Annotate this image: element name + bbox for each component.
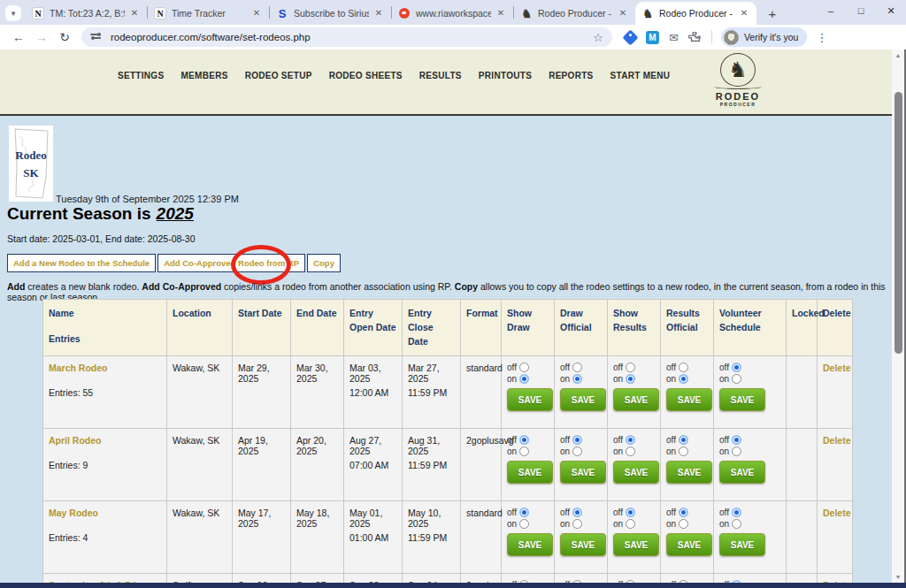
nav-item-rodeo-setup[interactable]: RODEO SETUP	[245, 71, 312, 80]
volunteer-schedule-on-radio[interactable]: on	[719, 374, 780, 384]
radio-circle-icon[interactable]	[519, 508, 529, 517]
radio-circle-icon[interactable]	[572, 519, 582, 529]
tab-close-icon[interactable]: ✕	[250, 7, 263, 19]
show-results-save-button[interactable]: SAVE	[613, 461, 659, 484]
nav-item-settings[interactable]: SETTINGS	[118, 71, 164, 80]
radio-circle-icon[interactable]	[519, 363, 529, 372]
add-a-button[interactable]: Add a New Rodeo to the Schedule	[7, 254, 156, 272]
url-text[interactable]: rodeoproducer.com/software/set-rodeos.ph…	[111, 32, 311, 42]
browser-tab[interactable]: ♞Rodeo Producer - Advance✕	[514, 2, 635, 25]
radio-circle-icon[interactable]	[626, 435, 635, 445]
volunteer-schedule-save-button[interactable]: SAVE	[719, 533, 765, 556]
browser-tab[interactable]: SSubscribe to SiriusXM✕	[270, 2, 391, 25]
draw-official-save-button[interactable]: SAVE	[560, 461, 606, 484]
close-button[interactable]: ✕	[876, 0, 906, 24]
copy-button[interactable]: Copy	[307, 254, 341, 272]
volunteer-schedule-on-radio[interactable]: on	[719, 447, 780, 456]
radio-circle-icon[interactable]	[679, 435, 688, 445]
volunteer-schedule-off-radio[interactable]: off	[719, 363, 780, 372]
results-official-on-radio[interactable]: on	[666, 447, 708, 456]
radio-circle-icon[interactable]	[572, 435, 582, 445]
nav-item-start-menu[interactable]: START MENU	[610, 71, 671, 80]
results-official-off-radio[interactable]: off	[666, 435, 708, 445]
radio-circle-icon[interactable]	[732, 447, 741, 456]
tab-search-chevron-icon[interactable]: ▾	[5, 5, 21, 21]
draw-official-save-button[interactable]: SAVE	[560, 388, 606, 411]
scroll-up-icon[interactable]: ▲	[892, 50, 904, 61]
page-scrollbar[interactable]: ▲ ▼	[892, 50, 904, 583]
browser-tab[interactable]: www.riaworkspace.com: O✕	[392, 2, 513, 25]
radio-circle-icon[interactable]	[679, 519, 688, 529]
radio-circle-icon[interactable]	[572, 363, 582, 372]
nav-item-rodeo-sheets[interactable]: RODEO SHEETS	[329, 71, 403, 80]
show-draw-off-radio[interactable]: off	[507, 508, 549, 517]
radio-circle-icon[interactable]	[572, 374, 582, 384]
tab-close-icon[interactable]: ✕	[372, 7, 385, 19]
volunteer-schedule-on-radio[interactable]: on	[719, 519, 780, 529]
show-results-on-radio[interactable]: on	[613, 374, 655, 384]
radio-circle-icon[interactable]	[679, 508, 688, 517]
show-results-on-radio[interactable]: on	[613, 519, 655, 529]
maximize-button[interactable]: □	[846, 0, 876, 24]
volunteer-schedule-save-button[interactable]: SAVE	[719, 461, 765, 484]
scrollbar-thumb[interactable]	[894, 92, 902, 354]
radio-circle-icon[interactable]	[519, 374, 529, 384]
show-results-off-radio[interactable]: off	[613, 435, 655, 445]
nav-item-printouts[interactable]: PRINTOUTS	[479, 71, 532, 80]
radio-circle-icon[interactable]	[572, 447, 582, 456]
delete-link[interactable]: Delete	[823, 508, 851, 518]
new-tab-button[interactable]: +	[764, 6, 781, 21]
browser-tab[interactable]: NTM: Tot:23 A:2, B:9, C:9, D:✕	[26, 2, 147, 25]
volunteer-schedule-save-button[interactable]: SAVE	[719, 388, 765, 411]
show-results-on-radio[interactable]: on	[613, 447, 655, 456]
radio-circle-icon[interactable]	[572, 508, 582, 517]
show-results-save-button[interactable]: SAVE	[613, 388, 659, 411]
address-bar[interactable]: rodeoproducer.com/software/set-rodeos.ph…	[81, 27, 612, 47]
volunteer-schedule-off-radio[interactable]: off	[719, 435, 780, 445]
show-draw-off-radio[interactable]: off	[507, 435, 549, 445]
radio-circle-icon[interactable]	[679, 374, 688, 384]
site-settings-icon[interactable]	[90, 32, 103, 42]
draw-official-save-button[interactable]: SAVE	[560, 533, 606, 556]
radio-circle-icon[interactable]	[679, 363, 688, 372]
add-co-approved-button[interactable]: Add Co-Approved Rodeo from RP	[157, 254, 305, 272]
results-official-save-button[interactable]: SAVE	[666, 461, 712, 484]
mail-extension-icon[interactable]: ✉	[669, 31, 679, 44]
tab-close-icon[interactable]: ✕	[495, 7, 507, 19]
draw-official-on-radio[interactable]: on	[560, 447, 602, 456]
tab-close-icon[interactable]: ✕	[617, 7, 629, 19]
bookmark-star-icon[interactable]: ☆	[593, 31, 603, 44]
show-draw-save-button[interactable]: SAVE	[507, 388, 553, 411]
radio-circle-icon[interactable]	[519, 447, 529, 456]
results-official-off-radio[interactable]: off	[666, 363, 708, 372]
radio-circle-icon[interactable]	[626, 363, 635, 372]
radio-circle-icon[interactable]	[519, 519, 529, 529]
nav-item-results[interactable]: RESULTS	[419, 71, 462, 80]
nav-item-members[interactable]: MEMBERS	[180, 71, 227, 80]
show-draw-on-radio[interactable]: on	[507, 374, 549, 384]
delete-link[interactable]: Delete	[823, 363, 851, 373]
radio-circle-icon[interactable]	[732, 519, 741, 529]
radio-circle-icon[interactable]	[626, 508, 635, 517]
show-draw-on-radio[interactable]: on	[507, 447, 549, 456]
draw-official-off-radio[interactable]: off	[560, 363, 602, 372]
show-draw-save-button[interactable]: SAVE	[507, 533, 553, 556]
draw-official-off-radio[interactable]: off	[560, 508, 602, 517]
refresh-icon[interactable]: ↻	[53, 30, 76, 44]
rodeo-name-link[interactable]: April Rodeo	[49, 435, 102, 446]
delete-link[interactable]: Delete	[823, 435, 851, 446]
rodeo-name-link[interactable]: March Rodeo	[49, 363, 108, 373]
show-results-off-radio[interactable]: off	[613, 508, 655, 517]
browser-tab[interactable]: NTime Tracker✕	[148, 2, 269, 25]
results-official-save-button[interactable]: SAVE	[666, 388, 712, 411]
draw-official-on-radio[interactable]: on	[560, 519, 602, 529]
results-official-on-radio[interactable]: on	[666, 519, 708, 529]
profile-chip[interactable]: Verify it's you	[721, 27, 808, 47]
tag-extension-icon[interactable]	[622, 29, 638, 45]
radio-circle-icon[interactable]	[626, 447, 635, 456]
back-icon[interactable]: ←	[7, 30, 30, 44]
show-draw-save-button[interactable]: SAVE	[507, 461, 553, 484]
radio-circle-icon[interactable]	[519, 435, 529, 445]
scroll-down-icon[interactable]: ▼	[892, 574, 904, 580]
radio-circle-icon[interactable]	[626, 374, 635, 384]
